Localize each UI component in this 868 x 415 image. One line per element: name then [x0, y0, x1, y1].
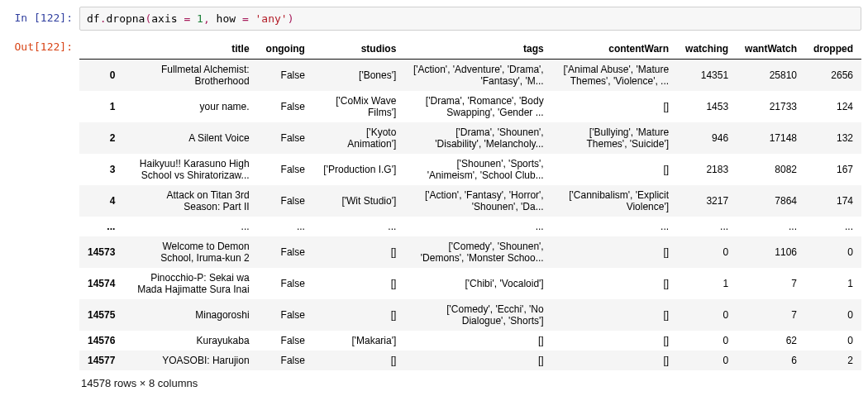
column-header: studios: [313, 39, 404, 60]
cell-want: 17148: [737, 122, 805, 154]
cell-watching: 0: [677, 351, 737, 370]
cell-tags: ['Action', 'Adventure', 'Drama', 'Fantas…: [404, 60, 551, 92]
cell-watching: 1453: [677, 91, 737, 122]
cell-studios: ['Bones']: [313, 60, 404, 92]
cell-want: 62: [737, 331, 805, 351]
cell-title: Attack on Titan 3rd Season: Part II: [123, 185, 257, 217]
code-token: 'any': [255, 12, 288, 25]
cell-dropped: 174: [805, 185, 861, 217]
in-prefix: In [: [15, 12, 41, 24]
cell-watching: 14351: [677, 60, 737, 92]
table-row: ...........................: [79, 217, 861, 236]
cell-dropped: 0: [805, 299, 861, 331]
column-header: title: [123, 39, 257, 60]
column-header: [79, 39, 123, 60]
cell-title: ...: [123, 217, 257, 236]
row-index: 4: [79, 185, 123, 217]
cell-watching: 0: [677, 331, 737, 351]
cell-tags: ['Chibi', 'Vocaloid']: [404, 268, 551, 299]
code-input[interactable]: df.dropna(axis = 1, how = 'any'): [79, 7, 861, 31]
cell-want: ...: [737, 217, 805, 236]
in-suffix: ]:: [60, 12, 73, 24]
code-token: axis: [151, 12, 177, 25]
cell-want: 6: [737, 351, 805, 370]
row-index: 14574: [79, 268, 123, 299]
cell-want: 7: [737, 268, 805, 299]
cell-dropped: 0: [805, 331, 861, 351]
code-token: ,: [203, 12, 210, 25]
cell-watching: 946: [677, 122, 737, 154]
cell-ongoing: False: [258, 351, 313, 370]
code-token: [190, 12, 197, 25]
cell-ongoing: False: [258, 185, 313, 217]
cell-watching: 0: [677, 236, 737, 268]
cell-ongoing: False: [258, 122, 313, 154]
cell-title: Welcome to Demon School, Iruma-kun 2: [123, 236, 257, 268]
output-prompt: Out[122]:: [7, 36, 79, 53]
table-row: 2A Silent VoiceFalse['Kyoto Animation'][…: [79, 122, 861, 154]
cell-dropped: ...: [805, 217, 861, 236]
code-token: [249, 12, 255, 25]
cell-tags: ['Comedy', 'Shounen', 'Demons', 'Monster…: [404, 236, 551, 268]
table-row: 14573Welcome to Demon School, Iruma-kun …: [79, 236, 861, 268]
cell-cw: ['Cannibalism', 'Explicit Violence']: [552, 185, 677, 217]
code-token: dropna: [106, 12, 145, 25]
code-token: 1: [197, 12, 203, 25]
cell-watching: 0: [677, 299, 737, 331]
cell-dropped: 132: [805, 122, 861, 154]
cell-cw: ['Bullying', 'Mature Themes', 'Suicide']: [552, 122, 677, 154]
column-header: tags: [404, 39, 551, 60]
cell-dropped: 2656: [805, 60, 861, 92]
row-index: 14577: [79, 351, 123, 370]
cell-studios: ['Production I.G']: [313, 154, 404, 185]
cell-cw: []: [552, 91, 677, 122]
table-header-row: titleongoingstudiostagscontentWarnwatchi…: [79, 39, 861, 60]
output-cell: Out[122]: titleongoingstudiostagscontent…: [7, 36, 861, 391]
row-index: ...: [79, 217, 123, 236]
column-header: ongoing: [258, 39, 313, 60]
row-index: 14576: [79, 331, 123, 351]
column-header: contentWarn: [552, 39, 677, 60]
cell-want: 25810: [737, 60, 805, 92]
cell-watching: 1: [677, 268, 737, 299]
cell-studios: ['Kyoto Animation']: [313, 122, 404, 154]
cell-cw: []: [552, 268, 677, 299]
cell-tags: ...: [404, 217, 551, 236]
code-token: =: [242, 12, 249, 25]
cell-studios: []: [313, 268, 404, 299]
cell-want: 21733: [737, 91, 805, 122]
cell-ongoing: False: [258, 268, 313, 299]
dataframe-table: titleongoingstudiostagscontentWarnwatchi…: [79, 39, 861, 370]
cell-ongoing: False: [258, 154, 313, 185]
cell-want: 1106: [737, 236, 805, 268]
cell-ongoing: ...: [258, 217, 313, 236]
column-header: wantWatch: [737, 39, 805, 60]
cell-watching: ...: [677, 217, 737, 236]
cell-ongoing: False: [258, 299, 313, 331]
cell-dropped: 167: [805, 154, 861, 185]
table-row: 4Attack on Titan 3rd Season: Part IIFals…: [79, 185, 861, 217]
cell-tags: ['Action', 'Fantasy', 'Horror', 'Shounen…: [404, 185, 551, 217]
cell-studios: []: [313, 351, 404, 370]
cell-studios: []: [313, 236, 404, 268]
cell-dropped: 2: [805, 351, 861, 370]
table-dimensions: 14578 rows × 8 columns: [79, 370, 861, 391]
cell-title: Pinocchio-P: Sekai wa Mada Hajimatte Sur…: [123, 268, 257, 299]
out-prefix: Out[: [15, 41, 41, 53]
out-num: 122: [41, 41, 60, 53]
code-token: [236, 12, 242, 25]
column-header: dropped: [805, 39, 861, 60]
table-row: 1your name.False['CoMix Wave Films']['Dr…: [79, 91, 861, 122]
cell-studios: []: [313, 299, 404, 331]
row-index: 2: [79, 122, 123, 154]
cell-studios: ...: [313, 217, 404, 236]
cell-cw: []: [552, 331, 677, 351]
cell-cw: []: [552, 351, 677, 370]
row-index: 3: [79, 154, 123, 185]
cell-tags: []: [404, 331, 551, 351]
row-index: 14575: [79, 299, 123, 331]
table-row: 14576KurayukabaFalse['Makaria'][][]0620: [79, 331, 861, 351]
code-token: ): [288, 12, 294, 25]
cell-ongoing: False: [258, 331, 313, 351]
cell-watching: 2183: [677, 154, 737, 185]
